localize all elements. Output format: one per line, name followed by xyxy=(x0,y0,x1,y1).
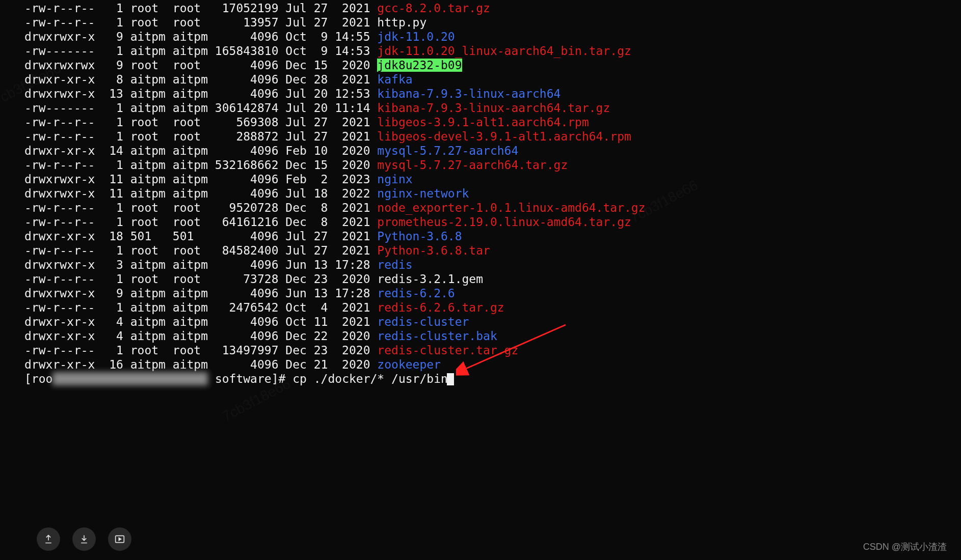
listing-meta: -rw-r--r-- 1 aitpm aitpm 532168662 Dec 1… xyxy=(24,158,377,172)
listing-filename: nginx-network xyxy=(377,187,469,200)
listing-meta: drwxr-xr-x 14 aitpm aitpm 4096 Feb 10 20… xyxy=(24,144,377,157)
download-icon xyxy=(79,534,89,544)
listing-filename: libgeos-3.9.1-alt1.aarch64.rpm xyxy=(377,116,589,129)
listing-filename: redis-cluster xyxy=(377,315,469,328)
share-icon xyxy=(43,534,54,544)
listing-row: drwxrwxr-x 9 aitpm aitpm 4096 Oct 9 14:5… xyxy=(24,30,961,44)
listing-meta: drwxrwxr-x 3 aitpm aitpm 4096 Jun 13 17:… xyxy=(24,258,377,271)
listing-meta: drwxr-xr-x 4 aitpm aitpm 4096 Dec 22 202… xyxy=(24,329,377,343)
listing-meta: drwxr-xr-x 18 501 501 4096 Jul 27 2021 xyxy=(24,230,377,243)
listing-meta: drwxrwxr-x 11 aitpm aitpm 4096 Jul 18 20… xyxy=(24,187,377,200)
listing-meta: -rw------- 1 aitpm aitpm 165843810 Oct 9… xyxy=(24,44,377,58)
listing-meta: drwxrwxrwx 9 root root 4096 Dec 15 2020 xyxy=(24,59,377,72)
listing-filename: redis-cluster.tar.gz xyxy=(377,344,518,357)
listing-filename: Python-3.6.8.tar xyxy=(377,244,490,257)
listing-row: -rw-r--r-- 1 root root 17052199 Jul 27 2… xyxy=(24,1,961,15)
credit-text: CSDN @测试小渣渣 xyxy=(863,541,947,553)
prompt-user: [roo xyxy=(24,372,52,385)
listing-filename: redis-6.2.6.tar.gz xyxy=(377,301,504,314)
prompt-command: cp ./docker/* /usr/bin xyxy=(292,372,448,385)
listing-meta: -rw-r--r-- 1 root root 17052199 Jul 27 2… xyxy=(24,2,377,15)
listing-meta: drwxrwxr-x 13 aitpm aitpm 4096 Jul 20 12… xyxy=(24,87,377,100)
listing-filename: jdk-11.0.20 xyxy=(377,30,455,43)
listing-row: drwxrwxr-x 9 aitpm aitpm 4096 Jun 13 17:… xyxy=(24,286,961,300)
listing-filename: jdk-11.0.20_linux-aarch64_bin.tar.gz xyxy=(377,44,631,58)
download-button[interactable] xyxy=(72,527,96,551)
prompt-host-blurred: xxxxxxx xxxxxxxx xxxxx xyxy=(52,372,208,385)
listing-meta: drwxrwxr-x 11 aitpm aitpm 4096 Feb 2 202… xyxy=(24,173,377,186)
listing-filename: nginx xyxy=(377,173,412,186)
listing-meta: drwxr-xr-x 4 aitpm aitpm 4096 Oct 11 202… xyxy=(24,315,377,328)
listing-row: -rw-r--r-- 1 root root 13497997 Dec 23 2… xyxy=(24,343,961,357)
listing-filename: kibana-7.9.3-linux-aarch64 xyxy=(377,87,560,100)
listing-meta: drwxr-xr-x 8 aitpm aitpm 4096 Dec 28 202… xyxy=(24,73,377,86)
listing-filename: kibana-7.9.3-linux-aarch64.tar.gz xyxy=(377,101,610,115)
listing-row: drwxr-xr-x 14 aitpm aitpm 4096 Feb 10 20… xyxy=(24,144,961,158)
listing-meta: -rw-r--r-- 1 root root 569308 Jul 27 202… xyxy=(24,116,377,129)
listing-filename: kafka xyxy=(377,73,412,86)
prompt-dir: software]# xyxy=(208,372,292,385)
listing-row: drwxrwxr-x 11 aitpm aitpm 4096 Jul 18 20… xyxy=(24,186,961,201)
listing-meta: -rw-r--r-- 1 root root 64161216 Dec 8 20… xyxy=(24,215,377,229)
listing-row: -rw-r--r-- 1 root root 13957 Jul 27 2021… xyxy=(24,15,961,30)
listing-row: -rw-r--r-- 1 root root 569308 Jul 27 202… xyxy=(24,115,961,129)
listing-filename: libgeos-devel-3.9.1-alt1.aarch64.rpm xyxy=(377,130,631,143)
listing-row: drwxr-xr-x 8 aitpm aitpm 4096 Dec 28 202… xyxy=(24,72,961,87)
play-button[interactable] xyxy=(108,527,131,551)
listing-meta: -rw-r--r-- 1 root root 288872 Jul 27 202… xyxy=(24,130,377,143)
listing-row: -rw-r--r-- 1 aitpm aitpm 532168662 Dec 1… xyxy=(24,158,961,172)
terminal-output[interactable]: -rw-r--r-- 1 root root 17052199 Jul 27 2… xyxy=(0,0,961,386)
viewer-toolbar xyxy=(37,527,131,551)
listing-filename: redis xyxy=(377,258,412,271)
listing-meta: -rw-r--r-- 1 root root 84582400 Jul 27 2… xyxy=(24,244,377,257)
listing-row: drwxr-xr-x 4 aitpm aitpm 4096 Oct 11 202… xyxy=(24,315,961,329)
listing-row: drwxr-xr-x 16 aitpm aitpm 4096 Dec 21 20… xyxy=(24,357,961,372)
listing-meta: -rw-r--r-- 1 root root 9520728 Dec 8 202… xyxy=(24,201,377,214)
listing-row: -rw------- 1 aitpm aitpm 165843810 Oct 9… xyxy=(24,44,961,58)
listing-meta: drwxrwxr-x 9 aitpm aitpm 4096 Jun 13 17:… xyxy=(24,287,377,300)
listing-filename: redis-cluster.bak xyxy=(377,329,497,343)
listing-filename: Python-3.6.8 xyxy=(377,230,462,243)
listing-filename: jdk8u232-b09 xyxy=(377,59,462,72)
cursor xyxy=(447,373,454,385)
listing-row: drwxrwxrwx 9 root root 4096 Dec 15 2020 … xyxy=(24,58,961,72)
listing-row: drwxrwxr-x 11 aitpm aitpm 4096 Feb 2 202… xyxy=(24,172,961,186)
listing-filename: redis-3.2.1.gem xyxy=(377,272,483,286)
listing-row: -rw-r--r-- 1 root root 73728 Dec 23 2020… xyxy=(24,272,961,286)
listing-meta: -rw-r--r-- 1 root root 13957 Jul 27 2021 xyxy=(24,16,377,29)
listing-filename: http.py xyxy=(377,16,426,29)
listing-row: drwxrwxr-x 13 aitpm aitpm 4096 Jul 20 12… xyxy=(24,87,961,101)
listing-meta: -rw-r--r-- 1 root root 13497997 Dec 23 2… xyxy=(24,344,377,357)
listing-filename: mysql-5.7.27-aarch64.tar.gz xyxy=(377,158,568,172)
share-button[interactable] xyxy=(37,527,60,551)
listing-row: drwxr-xr-x 18 501 501 4096 Jul 27 2021 P… xyxy=(24,229,961,243)
prompt-line[interactable]: [rooxxxxxxx xxxxxxxx xxxxx software]# cp… xyxy=(24,372,961,386)
listing-meta: -rw-r--r-- 1 aitpm aitpm 2476542 Oct 4 2… xyxy=(24,301,377,314)
listing-meta: -rw------- 1 aitpm aitpm 306142874 Jul 2… xyxy=(24,101,377,115)
listing-row: -rw-r--r-- 1 root root 84582400 Jul 27 2… xyxy=(24,243,961,258)
listing-meta: drwxrwxr-x 9 aitpm aitpm 4096 Oct 9 14:5… xyxy=(24,30,377,43)
listing-filename: zookeeper xyxy=(377,358,441,371)
listing-row: drwxrwxr-x 3 aitpm aitpm 4096 Jun 13 17:… xyxy=(24,258,961,272)
listing-row: -rw-r--r-- 1 root root 64161216 Dec 8 20… xyxy=(24,215,961,229)
listing-meta: drwxr-xr-x 16 aitpm aitpm 4096 Dec 21 20… xyxy=(24,358,377,371)
listing-row: -rw------- 1 aitpm aitpm 306142874 Jul 2… xyxy=(24,101,961,115)
listing-filename: redis-6.2.6 xyxy=(377,287,455,300)
play-icon xyxy=(115,534,125,544)
listing-filename: node_exporter-1.0.1.linux-amd64.tar.gz xyxy=(377,201,645,214)
listing-filename: mysql-5.7.27-aarch64 xyxy=(377,144,518,157)
listing-filename: prometheus-2.19.0.linux-amd64.tar.gz xyxy=(377,215,631,229)
listing-row: -rw-r--r-- 1 root root 288872 Jul 27 202… xyxy=(24,129,961,144)
listing-row: -rw-r--r-- 1 root root 9520728 Dec 8 202… xyxy=(24,201,961,215)
listing-meta: -rw-r--r-- 1 root root 73728 Dec 23 2020 xyxy=(24,272,377,286)
listing-filename: gcc-8.2.0.tar.gz xyxy=(377,2,490,15)
listing-row: -rw-r--r-- 1 aitpm aitpm 2476542 Oct 4 2… xyxy=(24,300,961,315)
listing-row: drwxr-xr-x 4 aitpm aitpm 4096 Dec 22 202… xyxy=(24,329,961,343)
